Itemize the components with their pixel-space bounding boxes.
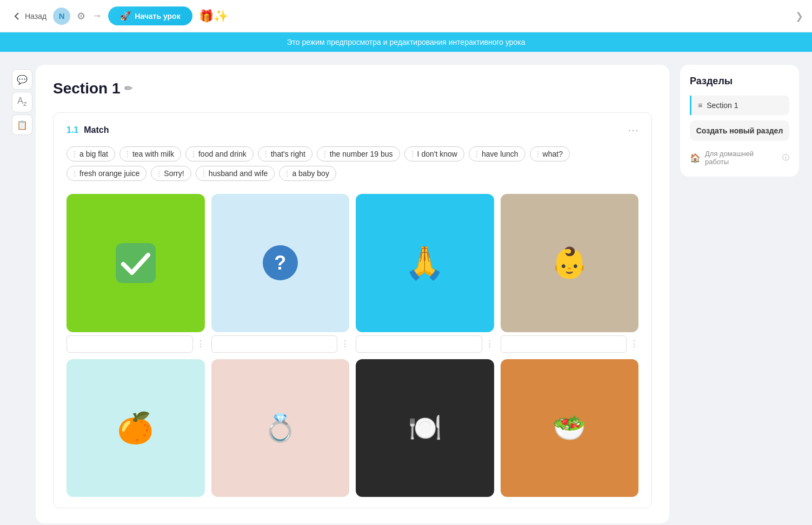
answer-input-1[interactable]: [66, 335, 193, 353]
chat-icon: 💬: [17, 75, 28, 85]
answer-input-4[interactable]: [501, 335, 627, 353]
create-section-button[interactable]: Создать новый раздел: [690, 120, 789, 141]
juice-icon: 🍊: [66, 359, 205, 497]
answer-more-2[interactable]: ⋮: [341, 339, 349, 349]
exercise-block: 1.1 Match ⋯ ⋮ a big flat ⋮ tea with milk…: [53, 112, 652, 508]
chip-drag-icon: ⋮: [156, 170, 162, 177]
chip-tea-with-milk[interactable]: ⋮ tea with milk: [119, 146, 181, 161]
main-content: Section 1 ✏ 1.1 Match ⋯ ⋮ a big flat ⋮ t…: [36, 65, 669, 523]
chip-label: I don't know: [417, 150, 457, 158]
chip-drag-icon: ⋮: [322, 150, 328, 158]
left-sidebar: 💬 Az 📋: [9, 65, 36, 523]
scroll-right-button[interactable]: ❯: [795, 10, 803, 22]
hands-icon: 💍: [211, 359, 350, 497]
sidebar-translate-button[interactable]: Az: [12, 92, 32, 112]
sidebar-doc-button[interactable]: 📋: [12, 115, 32, 135]
right-sidebar: Разделы ≡ Section 1 Создать новый раздел…: [680, 65, 799, 523]
back-label: Назад: [25, 12, 46, 21]
answer-row-1: ⋮: [66, 335, 205, 353]
image-box-question: ?: [211, 194, 350, 332]
chip-drag-icon: ⋮: [474, 150, 480, 158]
chip-drag-icon: ⋮: [124, 150, 130, 158]
chip-label: husband and wife: [209, 169, 268, 178]
top-bar-left: Назад N ⚙ → 🚀 Начать урок 🎁✨: [13, 6, 228, 25]
chip-baby-boy[interactable]: ⋮ a baby boy: [279, 166, 336, 181]
chip-have-lunch[interactable]: ⋮ have lunch: [469, 146, 525, 161]
chip-drag-icon: ⋮: [284, 170, 290, 177]
sections-panel: Разделы ≡ Section 1 Создать новый раздел…: [680, 65, 799, 177]
section-item-label: Section 1: [707, 101, 738, 110]
chip-label: Sorry!: [164, 169, 184, 178]
image-card-checkmark: ⋮: [66, 194, 205, 353]
chip-food-and-drink[interactable]: ⋮ food and drink: [185, 146, 254, 161]
chip-label: have lunch: [482, 150, 518, 158]
chip-drag-icon: ⋮: [71, 150, 77, 158]
chip-label: tea with milk: [132, 150, 174, 158]
avatar: N: [53, 8, 70, 25]
chip-husband-wife[interactable]: ⋮ husband and wife: [196, 166, 275, 181]
image-card-question: ? ⋮: [211, 194, 350, 353]
section-item-1[interactable]: ≡ Section 1: [690, 96, 789, 115]
section-title-row: Section 1 ✏: [53, 80, 652, 97]
chip-fresh-orange[interactable]: ⋮ fresh orange juice: [66, 166, 147, 181]
chip-what[interactable]: ⋮ what?: [530, 146, 570, 161]
sections-panel-title: Разделы: [690, 76, 789, 87]
image-box-person: 🙏: [356, 194, 494, 332]
image-grid: ⋮ ? ⋮ 🙏: [66, 194, 638, 497]
chip-drag-icon: ⋮: [71, 170, 77, 177]
create-section-label: Создать новый раздел: [696, 126, 783, 135]
answer-more-3[interactable]: ⋮: [485, 339, 494, 349]
chip-label: that's right: [271, 150, 305, 158]
image-box-lunch: 🍽️: [356, 359, 494, 497]
chip-label: the number 19 bus: [330, 150, 393, 158]
section-title: Section 1: [53, 80, 120, 97]
chip-sorry[interactable]: ⋮ Sorry!: [151, 166, 191, 181]
start-lesson-button[interactable]: 🚀 Начать урок: [108, 6, 192, 25]
homework-row[interactable]: 🏠 Для домашней работы ⓘ: [690, 150, 789, 166]
exercise-type: Match: [84, 125, 109, 135]
chip-label: a big flat: [79, 150, 108, 158]
image-box-juice: 🍊: [66, 359, 205, 497]
answer-row-4: ⋮: [501, 335, 639, 353]
chip-drag-icon: ⋮: [263, 150, 269, 158]
image-card-hands: 💍: [211, 359, 350, 497]
answer-more-1[interactable]: ⋮: [196, 339, 205, 349]
chip-number-bus[interactable]: ⋮ the number 19 bus: [317, 146, 400, 161]
section-item-icon: ≡: [698, 101, 702, 110]
sidebar-chat-button[interactable]: 💬: [12, 69, 32, 90]
image-box-food: 🥗: [501, 359, 639, 497]
baby-icon: 👶: [501, 194, 639, 332]
back-button[interactable]: Назад: [13, 12, 46, 21]
homework-icon: 🏠: [690, 153, 701, 163]
image-box-checkmark: [66, 194, 205, 332]
chip-label: fresh orange juice: [79, 169, 139, 178]
checkmark-svg: [111, 239, 160, 287]
edit-icon[interactable]: ✏: [124, 83, 132, 95]
preview-banner-text: Это режим предпросмотра и редактирования…: [287, 38, 525, 46]
question-icon: ?: [263, 245, 298, 280]
top-bar: Назад N ⚙ → 🚀 Начать урок 🎁✨ ❯: [0, 0, 812, 32]
image-box-hands: 💍: [211, 359, 350, 497]
preview-banner: Это режим предпросмотра и редактирования…: [0, 32, 812, 52]
image-card-lunch: 🍽️: [356, 359, 494, 497]
answer-more-4[interactable]: ⋮: [630, 339, 638, 349]
chip-drag-icon: ⋮: [535, 150, 541, 158]
settings-button[interactable]: ⚙: [77, 10, 85, 22]
chip-a-big-flat[interactable]: ⋮ a big flat: [66, 146, 115, 161]
chip-drag-icon: ⋮: [409, 150, 415, 158]
answer-input-2[interactable]: [211, 335, 338, 353]
help-icon: ⓘ: [782, 153, 789, 163]
food-icon: 🥗: [501, 359, 639, 497]
back-arrow-icon: [13, 12, 22, 21]
layout: 💬 Az 📋 Section 1 ✏ 1.1 Match ⋯: [0, 52, 812, 525]
chip-thats-right[interactable]: ⋮ that's right: [258, 146, 312, 161]
lunch-icon: 🍽️: [356, 359, 494, 497]
forward-button[interactable]: →: [92, 10, 102, 22]
homework-label: Для домашней работы: [705, 150, 778, 166]
chip-drag-icon: ⋮: [201, 170, 207, 177]
answer-row-3: ⋮: [356, 335, 494, 353]
person-icon: 🙏: [356, 194, 494, 332]
more-button[interactable]: ⋯: [628, 124, 638, 137]
chip-dont-know[interactable]: ⋮ I don't know: [404, 146, 464, 161]
answer-input-3[interactable]: [356, 335, 482, 353]
